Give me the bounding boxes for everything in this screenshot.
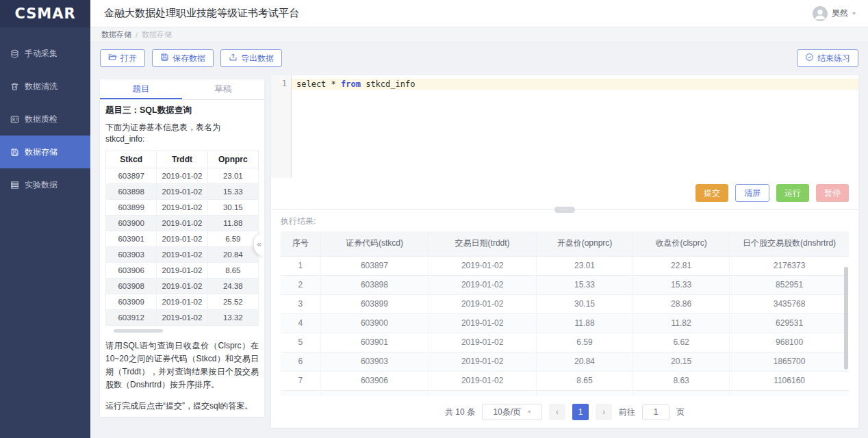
table-cell: 2176373 xyxy=(730,256,849,275)
floppy-icon xyxy=(10,147,19,157)
horizontal-scrollbar[interactable] xyxy=(114,329,163,333)
table-cell: 1865700 xyxy=(730,352,849,371)
column-header: 日个股交易股数(dnshrtrd) xyxy=(730,231,849,256)
table-header-row: StkcdTrddtOpnprc xyxy=(106,151,259,168)
results-table-wrap: 序号证券代码(stkcd)交易日期(trddt)开盘价(opnprc)收盘价(c… xyxy=(281,231,849,396)
column-header: Trddt xyxy=(157,151,207,168)
goto-page-input[interactable] xyxy=(642,404,669,420)
export-data-button[interactable]: 导出数据 xyxy=(220,49,282,67)
pause-button[interactable]: 暂停 xyxy=(816,184,849,202)
table-cell: 6.59 xyxy=(536,333,633,352)
table-cell: 15.33 xyxy=(207,184,258,200)
run-button[interactable]: 运行 xyxy=(776,184,809,202)
prev-page-button[interactable]: ‹ xyxy=(549,404,565,420)
table-cell: 2019-01-02 xyxy=(157,200,207,216)
question-tabs: 题目 草稿 xyxy=(100,79,264,100)
table-cell: 23.01 xyxy=(207,168,258,184)
table-cell: 6 xyxy=(281,352,320,371)
tab-question[interactable]: 题目 xyxy=(100,79,182,99)
table-cell: 2019-01-02 xyxy=(157,263,207,279)
table-cell: 2019-01-02 xyxy=(429,294,537,313)
open-button[interactable]: 打开 xyxy=(100,49,145,67)
table-row: 6039122019-01-0213.32 xyxy=(106,310,259,326)
results-table: 序号证券代码(stkcd)交易日期(trddt)开盘价(opnprc)收盘价(c… xyxy=(281,231,849,396)
question-intro: 下面为证券基本信息表，表名为stkcd_info: xyxy=(105,122,259,145)
table-cell: 629531 xyxy=(730,313,849,333)
table-cell: 2019-01-02 xyxy=(157,279,207,294)
table-row: 66039032019-01-0220.8420.151865700 xyxy=(281,352,849,371)
table-cell: 603906 xyxy=(106,263,157,279)
question-panel: 题目 草稿 题目三：SQL数据查询 下面为证券基本信息表，表名为stkcd_in… xyxy=(100,79,264,417)
clear-screen-button[interactable]: 清屏 xyxy=(735,184,769,202)
table-cell: 20.15 xyxy=(633,352,730,371)
table-cell: 7 xyxy=(281,371,320,390)
table-cell: 15.33 xyxy=(633,275,730,294)
sql-keyword: from xyxy=(341,79,361,89)
page-number-1[interactable]: 1 xyxy=(572,404,589,420)
table-cell: 2019-01-02 xyxy=(157,294,207,310)
editor-gutter: 1 xyxy=(271,75,292,178)
main-area: 金融大数据处理职业技能等级证书考试平台 昊然 ▾ 数据存储 / 数据存储 打开 xyxy=(90,0,868,438)
table-cell: 3 xyxy=(281,294,320,313)
sidebar-item-id-card[interactable]: 数据质检 xyxy=(0,103,90,136)
sidebar-item-floppy[interactable]: 数据存储 xyxy=(0,136,90,168)
table-row: 6038982019-01-0215.33 xyxy=(106,184,259,200)
line-number: 1 xyxy=(271,79,287,88)
table-cell: 603897 xyxy=(106,168,157,184)
table-cell: 2019-01-02 xyxy=(157,216,207,231)
table-cell: 2019-01-02 xyxy=(157,310,207,326)
breadcrumb-separator: / xyxy=(136,31,138,39)
database-icon xyxy=(10,49,19,58)
table-cell: 2019-01-02 xyxy=(157,231,207,247)
table-row: 6039082019-01-0224.38 xyxy=(106,279,259,294)
editor-results-panel: 1 select * from stkcd_info 提交 清屏 运行 暂停 ·… xyxy=(271,75,858,428)
export-icon xyxy=(229,53,238,64)
content-area: 打开 保存数据 导出数据 结束练习 xyxy=(90,42,868,438)
editor-code-area[interactable]: select * from stkcd_info xyxy=(292,75,858,178)
sidebar-item-database[interactable]: 手动采集 xyxy=(0,37,90,70)
splitter-drag-handle[interactable]: ··· xyxy=(554,207,575,213)
sidebar-item-label: 实验数据 xyxy=(25,179,58,191)
table-cell: 25.52 xyxy=(207,294,258,310)
csmar-logo: CSMAR xyxy=(0,0,90,27)
table-cell: 2019-01-02 xyxy=(429,352,537,371)
submit-button[interactable]: 提交 xyxy=(695,184,728,202)
table-cell: 11.88 xyxy=(536,313,633,333)
table-cell: 4 xyxy=(281,313,320,333)
table-cell: 24.38 xyxy=(207,279,258,294)
sql-editor[interactable]: 1 select * from stkcd_info xyxy=(271,75,858,178)
save-data-button[interactable]: 保存数据 xyxy=(152,49,214,67)
table-cell: 2019-01-02 xyxy=(429,313,537,333)
table-cell: 28.86 xyxy=(633,294,730,313)
sidebar-item-trash[interactable]: 数据清洗 xyxy=(0,70,90,103)
table-row: 86039082019-01-0224.3824.51963600 xyxy=(281,390,849,396)
table-cell: 8.65 xyxy=(536,371,633,390)
vertical-scrollbar[interactable] xyxy=(844,267,848,370)
table-cell: 603912 xyxy=(106,310,157,326)
platform-title: 金融大数据处理职业技能等级证书考试平台 xyxy=(104,7,299,20)
table-cell: 24.38 xyxy=(536,390,633,396)
trash-icon xyxy=(10,81,19,91)
table-cell: 30.15 xyxy=(536,294,633,313)
table-cell: 603899 xyxy=(106,200,157,216)
column-header: Opnprc xyxy=(207,151,258,168)
user-menu[interactable]: 昊然 ▾ xyxy=(813,6,856,21)
table-row: 6038992019-01-0230.15 xyxy=(106,200,259,216)
page-size-select[interactable]: 10条/页 ▾ xyxy=(482,404,542,420)
breadcrumb-root[interactable]: 数据存储 xyxy=(101,29,131,40)
table-row: 16038972019-01-0223.0122.812176373 xyxy=(281,256,849,275)
question-note: 运行完成后点击“提交”，提交sql的答案。 xyxy=(105,400,259,413)
table-cell: 8.65 xyxy=(207,263,258,279)
end-practice-button[interactable]: 结束练习 xyxy=(797,49,858,67)
table-cell: 2019-01-02 xyxy=(429,390,537,396)
next-page-button[interactable]: › xyxy=(596,404,612,420)
toolbar: 打开 保存数据 导出数据 结束练习 xyxy=(100,49,858,67)
sidebar-item-server[interactable]: 实验数据 xyxy=(0,168,90,201)
table-cell: 20.84 xyxy=(207,247,258,263)
table-cell: 2019-01-02 xyxy=(429,333,537,352)
tab-draft[interactable]: 草稿 xyxy=(182,79,264,99)
breadcrumb-current: 数据存储 xyxy=(142,29,172,40)
panels-row: 题目 草稿 题目三：SQL数据查询 下面为证券基本信息表，表名为stkcd_in… xyxy=(100,75,858,438)
table-cell: 603901 xyxy=(320,333,429,352)
table-cell: 2019-01-02 xyxy=(429,275,537,294)
